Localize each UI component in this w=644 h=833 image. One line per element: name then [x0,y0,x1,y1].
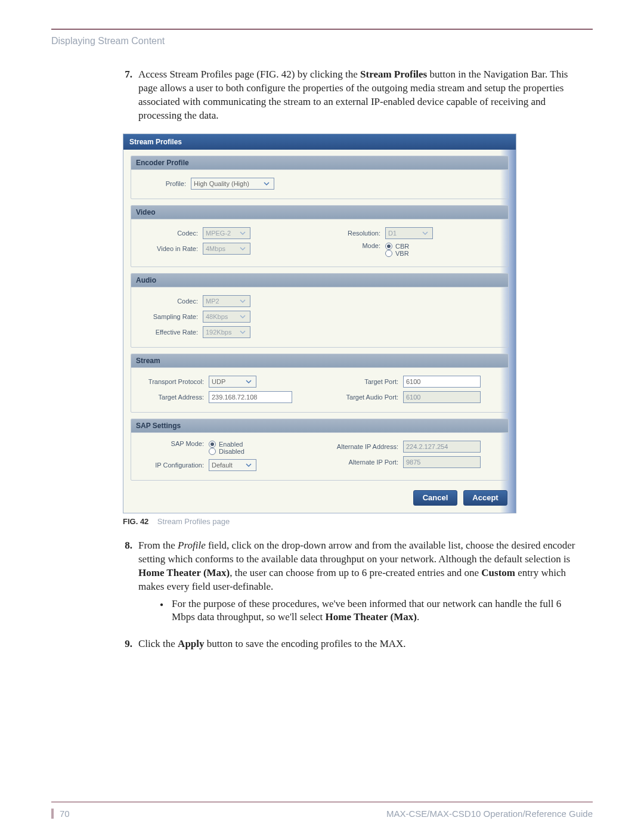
effective-rate-label: Effective Rate: [137,329,203,336]
alt-ip-label: Alternate IP Address: [320,443,403,450]
target-audio-port-input[interactable]: 6100 [403,391,481,403]
audio-section: Audio Codec: MP2 Sampling Rate: 48Kbps [131,273,509,348]
text: button to save the encoding profiles to … [205,638,406,649]
bullet-text: For the purpose of these procedures, we'… [172,597,582,625]
chevron-down-icon [420,228,430,238]
text-italic: Profile [178,540,206,551]
text: Access Stream Profiles page (FIG. 42) by… [138,69,360,80]
encoder-profile-section: Encoder Profile Profile: High Quality (H… [131,156,509,199]
profile-label: Profile: [137,180,191,187]
figure-caption-text: Stream Profiles page [157,517,230,526]
section-title: Video [131,206,508,219]
sap-disabled-radio[interactable]: Disabled [209,448,244,455]
figure-label: FIG. 42 [123,517,148,526]
step-text: Click the Apply button to save the encod… [138,637,582,651]
effective-rate-select[interactable]: 192Kbps [203,326,250,338]
mode-cbr-radio[interactable]: CBR [385,243,409,250]
sap-section: SAP Settings SAP Mode: Enabled Disabled [131,419,509,481]
video-rate-label: Video in Rate: [137,245,203,252]
select-value: MPEG-2 [206,230,231,237]
target-address-input[interactable]: 239.168.72.108 [209,391,292,403]
chevron-down-icon [262,179,271,188]
section-title: SAP Settings [131,419,508,433]
sap-enabled-radio[interactable]: Enabled [209,441,243,448]
sap-mode-label: SAP Mode: [137,440,209,447]
select-value: 4Mbps [206,245,225,252]
select-value: UDP [212,378,225,385]
video-rate-select[interactable]: 4Mbps [203,243,250,255]
target-audio-port-label: Target Audio Port: [320,394,403,401]
footer-guide: MAX-CSE/MAX-CSD10 Operation/Reference Gu… [386,809,593,819]
audio-codec-select[interactable]: MP2 [203,295,250,307]
audio-codec-label: Codec: [137,298,203,305]
step-7: 7. Access Stream Profiles page (FIG. 42)… [117,68,582,123]
mode-label: Mode: [320,242,385,249]
radio-label: Disabled [219,448,244,455]
text: , the user can choose from up to 6 pre-c… [230,567,481,578]
select-value: MP2 [206,298,219,305]
text: From the [138,540,178,551]
chevron-down-icon [238,228,247,238]
stream-profiles-panel: Stream Profiles Encoder Profile Profile:… [123,134,516,513]
stream-section: Stream Transport Protocol: UDP [131,354,509,413]
chevron-down-icon [238,312,247,321]
alt-port-label: Alternate IP Port: [320,459,403,466]
alt-ip-input[interactable]: 224.2.127.254 [403,441,481,453]
panel-title: Stream Profiles [123,134,516,150]
ip-config-select[interactable]: Default [209,459,256,471]
text-bold: Home Theater (Max) [138,567,230,578]
section-header: Displaying Stream Content [51,36,593,47]
page-number: 70 [51,809,70,819]
step-text: Access Stream Profiles page (FIG. 42) by… [138,68,582,123]
text-bold: Apply [178,638,204,649]
step-number: 8. [117,539,132,630]
figure-caption: FIG. 42 Stream Profiles page [123,517,593,526]
text-bold: Home Theater (Max) [326,611,417,623]
step-9: 9. Click the Apply button to save the en… [117,637,582,651]
select-value: D1 [388,230,397,237]
alt-port-input[interactable]: 9875 [403,456,481,468]
sampling-rate-select[interactable]: 48Kbps [203,311,250,323]
radio-label: Enabled [219,441,243,448]
profile-select[interactable]: High Quality (High) [191,178,274,190]
transport-protocol-label: Transport Protocol: [137,378,209,385]
video-codec-label: Codec: [137,230,203,237]
radio-label: CBR [395,243,409,250]
resolution-select[interactable]: D1 [385,227,433,239]
video-section: Video Codec: MPEG-2 [131,205,509,267]
sampling-rate-label: Sampling Rate: [137,313,203,320]
text: Click the [138,638,178,649]
text-bold: Stream Profiles [360,69,427,80]
target-port-input[interactable]: 6100 [403,376,481,388]
header-rule [51,29,593,30]
chevron-down-icon [238,296,247,306]
ip-config-label: IP Configuration: [137,462,209,469]
cancel-button[interactable]: Cancel [413,490,457,506]
target-port-label: Target Port: [320,378,403,385]
target-address-label: Target Address: [137,394,209,401]
step-8: 8. From the Profile field, click on the … [117,539,582,630]
select-value: Default [212,462,233,469]
section-title: Audio [131,274,508,287]
chevron-down-icon [238,327,247,337]
text: . [417,611,419,623]
step-number: 7. [117,68,132,123]
video-codec-select[interactable]: MPEG-2 [203,227,250,239]
transport-protocol-select[interactable]: UDP [209,376,256,388]
chevron-down-icon [244,377,253,386]
bullet-item: For the purpose of these procedures, we'… [160,597,582,625]
chevron-down-icon [244,460,253,470]
step-text: From the Profile field, click on the dro… [138,539,582,630]
resolution-label: Resolution: [320,230,385,237]
footer-rule [51,801,593,803]
section-title: Stream [131,354,508,368]
radio-label: VBR [395,250,409,257]
step-number: 9. [117,637,132,651]
mode-vbr-radio[interactable]: VBR [385,250,409,257]
select-value: 192Kbps [206,329,231,336]
select-value: 48Kbps [206,313,228,320]
accept-button[interactable]: Accept [463,490,507,506]
section-title: Encoder Profile [131,156,508,170]
text-bold: Custom [481,567,515,578]
chevron-down-icon [238,244,247,253]
